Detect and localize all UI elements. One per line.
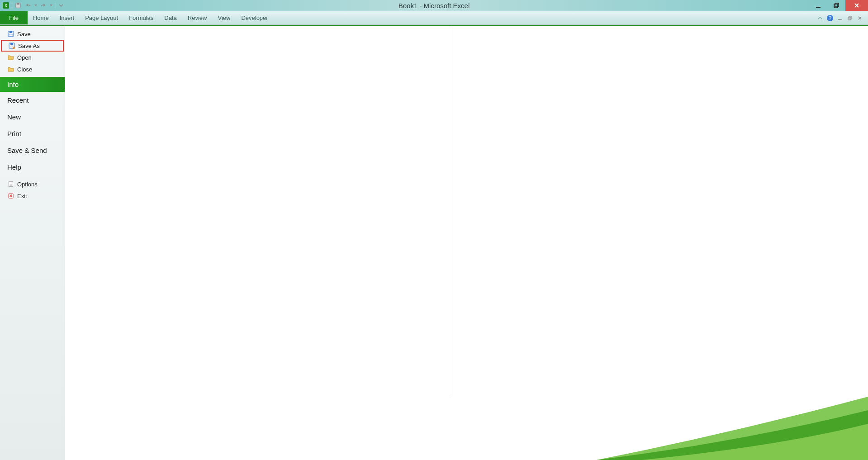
sidebar-item-options[interactable]: Options — [0, 178, 65, 190]
dropdown-icon[interactable] — [34, 1, 38, 9]
svg-text:X: X — [5, 3, 8, 8]
svg-rect-13 — [849, 16, 852, 19]
customize-qat-icon[interactable] — [57, 1, 65, 9]
tab-developer[interactable]: Developer — [236, 11, 273, 24]
sidebar-item-new[interactable]: New — [0, 109, 65, 125]
sidebar-item-print[interactable]: Print — [0, 125, 65, 142]
sidebar-item-info[interactable]: Info — [0, 77, 65, 92]
sidebar-item-label: Info — [7, 81, 19, 88]
tab-file[interactable]: File — [0, 11, 28, 24]
sidebar-item-save-send[interactable]: Save & Send — [0, 142, 65, 159]
minimize-ribbon-icon[interactable] — [816, 14, 824, 22]
svg-rect-17 — [9, 31, 12, 33]
qat-separator — [55, 2, 55, 9]
help-icon[interactable]: ? — [826, 14, 834, 22]
backstage-view: Save Save As Open Close Info Recent New … — [0, 26, 868, 460]
tab-page-layout[interactable]: Page Layout — [80, 11, 123, 24]
maximize-button[interactable] — [827, 0, 845, 11]
sidebar-item-label: Exit — [17, 193, 27, 199]
excel-icon[interactable]: X — [2, 1, 10, 9]
sidebar-item-save-as[interactable]: Save As — [1, 40, 64, 52]
tab-insert[interactable]: Insert — [54, 11, 80, 24]
redo-icon[interactable] — [39, 1, 47, 9]
sidebar-item-recent[interactable]: Recent — [0, 92, 65, 109]
content-divider — [452, 26, 452, 397]
decorative-swoosh — [597, 379, 868, 460]
qat-separator — [12, 2, 12, 9]
tab-data[interactable]: Data — [159, 11, 182, 24]
sidebar-item-help[interactable]: Help — [0, 159, 65, 175]
saveas-icon — [8, 42, 15, 49]
svg-rect-12 — [848, 17, 851, 20]
folder-open-icon — [7, 54, 14, 61]
sidebar-item-close[interactable]: Close — [0, 63, 65, 75]
tab-review[interactable]: Review — [182, 11, 213, 24]
svg-rect-20 — [10, 43, 13, 45]
window-minimize-icon[interactable] — [836, 14, 844, 22]
sidebar-item-save[interactable]: Save — [0, 28, 65, 40]
svg-rect-6 — [835, 3, 839, 7]
window-controls — [809, 0, 868, 11]
tab-home[interactable]: Home — [28, 11, 54, 24]
undo-icon[interactable] — [24, 1, 32, 9]
close-button[interactable] — [845, 0, 868, 11]
minimize-button[interactable] — [809, 0, 827, 11]
save-icon — [7, 30, 14, 38]
svg-text:?: ? — [829, 15, 831, 21]
sidebar-item-label: Close — [17, 66, 32, 73]
exit-icon — [7, 192, 14, 199]
sidebar-item-label: Options — [17, 181, 38, 188]
options-icon — [7, 180, 14, 188]
title-bar: X Book1 - Microsoft Excel — [0, 0, 868, 11]
folder-close-icon — [7, 66, 14, 73]
window-title: Book1 - Microsoft Excel — [0, 2, 868, 9]
svg-rect-5 — [834, 4, 838, 8]
window-restore-icon[interactable] — [846, 14, 854, 22]
tab-view[interactable]: View — [212, 11, 236, 24]
dropdown-icon[interactable] — [49, 1, 53, 9]
sidebar-item-label: Save — [17, 31, 31, 38]
svg-rect-3 — [17, 3, 19, 5]
ribbon-right-controls: ? — [816, 11, 868, 24]
sidebar-item-exit[interactable]: Exit — [0, 190, 65, 202]
save-icon[interactable] — [14, 1, 22, 9]
backstage-sidebar: Save Save As Open Close Info Recent New … — [0, 26, 65, 460]
quick-access-toolbar: X — [0, 1, 65, 9]
backstage-content — [65, 26, 868, 460]
window-close-icon[interactable] — [856, 14, 863, 22]
ribbon-tabs: File Home Insert Page Layout Formulas Da… — [0, 11, 868, 25]
sidebar-item-label: Save As — [18, 43, 40, 49]
tab-formulas[interactable]: Formulas — [123, 11, 159, 24]
sidebar-item-label: Open — [17, 54, 32, 61]
sidebar-item-open[interactable]: Open — [0, 52, 65, 63]
svg-rect-18 — [9, 34, 13, 36]
